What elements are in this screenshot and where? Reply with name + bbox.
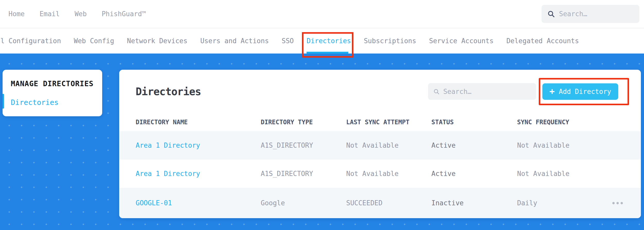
sync-frequency-cell: Not Available <box>517 170 607 178</box>
directory-type-cell: A1S_DIRECTORY <box>261 170 346 178</box>
active-tab-underline <box>307 52 348 54</box>
col-header-directory-type: DIRECTORY TYPE <box>261 119 346 126</box>
sync-frequency-cell: Not Available <box>517 141 607 149</box>
directory-name-link[interactable]: Area 1 Directory <box>136 141 200 149</box>
side-card-heading: MANAGE DIRECTORIES <box>11 79 94 88</box>
panel-header: Directories + Add Directory <box>119 70 641 113</box>
primary-nav: Home Email Web PhishGuard™ <box>8 10 146 18</box>
directory-name-link[interactable]: GOOGLE-01 <box>136 199 172 207</box>
last-sync-cell: Not Available <box>346 170 431 178</box>
add-directory-button[interactable]: + Add Directory <box>542 83 618 100</box>
table-row: GOOGLE-01 Google SUCCEEDED Inactive Dail… <box>119 188 641 218</box>
last-sync-cell: Not Available <box>346 141 431 149</box>
directory-type-cell: Google <box>261 199 346 207</box>
table-row: Area 1 Directory A1S_DIRECTORY Not Avail… <box>119 160 641 188</box>
page-title: Directories <box>136 86 201 98</box>
annotation-box-add-directory: + Add Directory <box>539 78 629 105</box>
tab-delegated-accounts[interactable]: Delegated Accounts <box>506 28 579 54</box>
sidebar-item-directories[interactable]: Directories <box>11 98 94 107</box>
status-cell: Active <box>431 141 517 149</box>
settings-tab-bar: l Configuration Web Config Network Devic… <box>0 28 644 54</box>
last-sync-cell: SUCCEEDED <box>346 199 431 207</box>
table-search-box[interactable] <box>428 83 536 100</box>
tab-email-configuration[interactable]: l Configuration <box>1 28 61 54</box>
status-cell: Active <box>431 170 517 178</box>
tab-directories-label: Directories <box>307 37 351 45</box>
plus-icon: + <box>550 87 555 96</box>
tab-sso[interactable]: SSO <box>282 28 294 54</box>
tab-web-config[interactable]: Web Config <box>74 28 114 54</box>
nav-item-email[interactable]: Email <box>40 10 60 18</box>
col-header-last-sync-attempt: LAST SYNC ATTEMPT <box>346 119 431 126</box>
col-header-directory-name: DIRECTORY NAME <box>136 119 261 126</box>
tab-service-accounts[interactable]: Service Accounts <box>429 28 493 54</box>
global-search-input[interactable] <box>559 10 634 18</box>
directory-name-link[interactable]: Area 1 Directory <box>136 170 200 178</box>
tab-directories[interactable]: Directories <box>307 28 351 54</box>
table-search-input[interactable] <box>443 88 531 95</box>
search-icon <box>433 88 440 95</box>
active-item-indicator <box>3 94 4 109</box>
status-cell: Inactive <box>431 199 517 207</box>
nav-item-phishguard[interactable]: PhishGuard™ <box>102 10 146 18</box>
tab-users-and-actions[interactable]: Users and Actions <box>200 28 269 54</box>
global-search-box[interactable] <box>542 5 639 23</box>
col-header-sync-frequency: SYNC FREQUENCY <box>517 119 607 126</box>
add-directory-label: Add Directory <box>559 88 611 95</box>
sync-frequency-cell: Daily <box>517 199 607 207</box>
manage-directories-card: MANAGE DIRECTORIES Directories <box>3 70 102 116</box>
tab-network-devices[interactable]: Network Devices <box>127 28 187 54</box>
top-bar: Home Email Web PhishGuard™ <box>0 0 644 28</box>
table-header-row: DIRECTORY NAME DIRECTORY TYPE LAST SYNC … <box>119 113 641 131</box>
page-background: MANAGE DIRECTORIES Directories Directori… <box>0 54 644 230</box>
nav-item-home[interactable]: Home <box>8 10 25 18</box>
nav-item-web[interactable]: Web <box>75 10 87 18</box>
row-menu-ellipsis-icon[interactable] <box>611 200 624 206</box>
table-row: Area 1 Directory A1S_DIRECTORY Not Avail… <box>119 131 641 160</box>
col-header-status: STATUS <box>431 119 517 126</box>
search-icon <box>547 10 555 18</box>
tab-subscriptions[interactable]: Subscriptions <box>364 28 416 54</box>
directories-table: DIRECTORY NAME DIRECTORY TYPE LAST SYNC … <box>119 113 641 218</box>
row-actions-cell <box>607 200 624 206</box>
directory-type-cell: A1S_DIRECTORY <box>261 141 346 149</box>
directories-panel: Directories + Add Directory DIRECTORY NA… <box>119 70 641 218</box>
